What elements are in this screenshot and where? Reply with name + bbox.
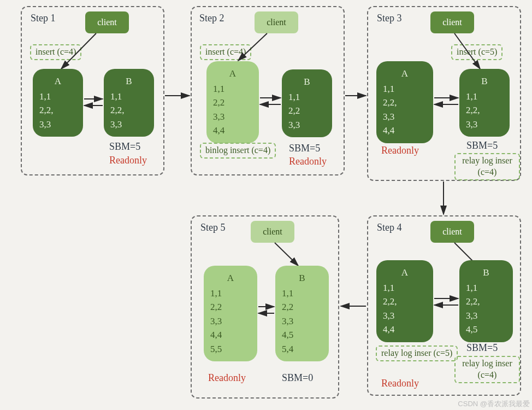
watermark: CSDN @香农派我最爱	[458, 399, 530, 409]
arrow-step4-step5	[0, 0, 532, 410]
